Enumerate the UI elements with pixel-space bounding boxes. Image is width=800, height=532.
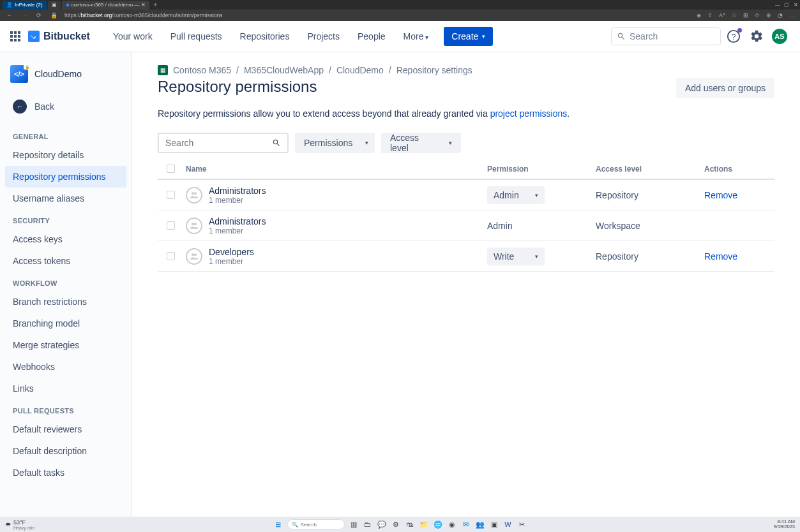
settings-icon[interactable]: ⚙	[391, 519, 401, 529]
settings-button[interactable]	[746, 26, 767, 47]
weather-widget[interactable]: 🌧 53°F Heavy rain	[5, 519, 34, 530]
sidebar-repository-details[interactable]: Repository details	[0, 144, 132, 166]
group-avatar-icon	[186, 187, 202, 203]
group-avatar-icon	[186, 248, 202, 265]
nav-your-work[interactable]: Your work	[105, 31, 160, 41]
sync-icon[interactable]: ⇪	[707, 12, 713, 18]
favorite-icon[interactable]: ☆	[732, 12, 737, 18]
sidebar-access-tokens[interactable]: Access tokens	[0, 250, 132, 272]
filter-search-input[interactable]	[165, 138, 261, 148]
nav-repositories[interactable]: Repositories	[232, 31, 298, 41]
word-icon[interactable]: W	[503, 519, 513, 529]
task-view-icon[interactable]: ▥	[349, 519, 359, 529]
permission-select[interactable]: Write	[487, 248, 545, 265]
sidebar-merge-strategies[interactable]: Merge strategies	[0, 334, 132, 356]
app-switcher-icon[interactable]	[10, 31, 20, 41]
help-button[interactable]: ?	[723, 26, 744, 47]
sidebar-default-reviewers[interactable]: Default reviewers	[0, 418, 132, 440]
crumb-repo[interactable]: CloudDemo	[336, 65, 384, 75]
access-level: Repository	[596, 251, 638, 262]
sidebar-repository-permissions[interactable]: Repository permissions	[5, 166, 126, 188]
row-checkbox[interactable]	[167, 252, 175, 260]
outlook-icon[interactable]: ✉	[461, 519, 471, 529]
site-info-icon[interactable]: 🔒	[49, 12, 59, 18]
nav-projects[interactable]: Projects	[299, 31, 347, 41]
filter-permissions[interactable]: Permissions	[295, 133, 375, 153]
start-button[interactable]: ⊞	[273, 519, 283, 529]
favorites-bar-icon[interactable]: ✩	[755, 12, 760, 18]
sidebar-default-description[interactable]: Default description	[0, 440, 132, 462]
terminal-icon[interactable]: ▣	[489, 519, 499, 529]
brand[interactable]: Bitbucket	[28, 31, 90, 42]
main: ▦ Contoso M365 / M365CloudWebApp / Cloud…	[132, 52, 800, 517]
maximize-button[interactable]: ▢	[782, 0, 791, 9]
extensions-icon[interactable]: ⊞	[743, 12, 748, 18]
page-title: Repository permissions	[158, 78, 317, 96]
close-button[interactable]: ✕	[791, 0, 800, 9]
collections-icon[interactable]: ⊕	[766, 12, 771, 18]
crumb-settings[interactable]: Repository settings	[396, 65, 472, 75]
crumb-project[interactable]: M365CloudWebApp	[244, 65, 324, 75]
permission-select[interactable]: Admin	[487, 186, 545, 204]
profile-avatar[interactable]: AS	[769, 26, 790, 47]
gear-icon	[750, 29, 764, 43]
filter-search[interactable]	[158, 133, 289, 153]
tab-active[interactable]: ◆ contoso-m365 / clouddemo — ✕	[62, 1, 150, 10]
sidebar-default-tasks[interactable]: Default tasks	[0, 462, 132, 484]
address-bar: ← → ⟳ 🔒 https://bitbucket.org/contoso-m3…	[0, 10, 800, 21]
back-button[interactable]: ←	[5, 12, 15, 18]
nav-more[interactable]: More	[396, 31, 437, 41]
chrome-icon[interactable]: ◉	[447, 519, 457, 529]
profile-icon[interactable]: ◔	[778, 12, 783, 18]
row-checkbox[interactable]	[167, 221, 175, 230]
project-permissions-link[interactable]: project permissions	[490, 108, 568, 119]
edge-icon[interactable]: 🌐	[433, 519, 443, 529]
crumb-workspace[interactable]: Contoso M365	[173, 65, 231, 75]
sidebar-username-aliases[interactable]: Username aliases	[0, 188, 132, 209]
new-tab-button[interactable]: +	[151, 1, 160, 8]
text-size-icon[interactable]: Aᴬ	[719, 12, 725, 18]
nav-people[interactable]: People	[350, 31, 393, 41]
chat-icon[interactable]: 💬	[377, 519, 387, 529]
access-level: Workspace	[596, 221, 640, 231]
add-users-button[interactable]: Add users or groups	[676, 78, 774, 98]
forward-button[interactable]: →	[20, 12, 29, 18]
more-icon[interactable]: …	[789, 12, 795, 18]
sidebar-links[interactable]: Links	[0, 378, 132, 399]
tab-blank[interactable]: ▣	[48, 1, 61, 10]
read-aloud-icon[interactable]: ◈	[697, 12, 701, 18]
teams-icon[interactable]: 👥	[475, 519, 485, 529]
table-row: Developers 1 member Write Repository Rem…	[158, 241, 774, 272]
remove-link[interactable]: Remove	[704, 251, 737, 262]
select-all-checkbox[interactable]	[167, 165, 175, 173]
taskbar: 🌧 53°F Heavy rain ⊞ 🔍 Search ▥ 🗀 💬 ⚙ 🛍 📁…	[0, 517, 800, 532]
sidebar-branching-model[interactable]: Branching model	[0, 313, 132, 334]
taskbar-search[interactable]: 🔍 Search	[287, 519, 345, 529]
window-controls: — ▢ ✕	[773, 0, 800, 9]
row-checkbox[interactable]	[167, 191, 175, 199]
nav-pull-requests[interactable]: Pull requests	[163, 31, 230, 41]
refresh-button[interactable]: ⟳	[34, 12, 43, 18]
search-icon	[617, 32, 626, 41]
brand-label: Bitbucket	[43, 31, 90, 42]
close-tab-icon[interactable]: ✕	[141, 2, 146, 8]
repo-header[interactable]: </>🔒 CloudDemo	[0, 60, 132, 88]
minimize-button[interactable]: —	[773, 0, 782, 9]
remove-link[interactable]: Remove	[704, 190, 737, 200]
clock[interactable]: 8:41 AM 9/19/2023	[774, 519, 795, 530]
snip-icon[interactable]: ✂	[517, 519, 527, 529]
create-button[interactable]: Create	[444, 27, 493, 46]
explorer-icon[interactable]: 🗀	[363, 519, 373, 529]
tab-inprivate[interactable]: 👤 InPrivate (2)	[3, 1, 47, 10]
sidebar-webhooks[interactable]: Webhooks	[0, 356, 132, 378]
sidebar-branch-restrictions[interactable]: Branch restrictions	[0, 291, 132, 313]
files-icon[interactable]: 📁	[419, 519, 429, 529]
url-field[interactable]: https://bitbucket.org/contoso-m365/cloud…	[64, 12, 691, 18]
filter-access-level[interactable]: Access level	[381, 133, 461, 153]
back-link[interactable]: ← Back	[0, 94, 132, 119]
filters-row: Permissions Access level	[158, 133, 774, 153]
svg-point-5	[194, 223, 197, 225]
store-icon[interactable]: 🛍	[405, 519, 415, 529]
sidebar-access-keys[interactable]: Access keys	[0, 228, 132, 250]
global-search[interactable]: Search	[611, 27, 721, 45]
